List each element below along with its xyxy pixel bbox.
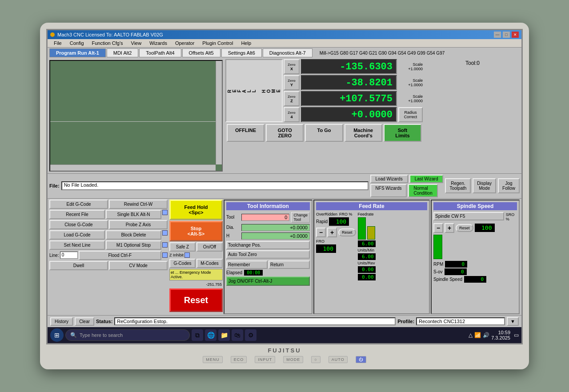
toolchange-pos-button[interactable]: Toolchange Pos. (226, 241, 310, 249)
change-tool-button[interactable]: ChangeTool (291, 212, 310, 223)
edit-gcode-button[interactable]: Edit G-Code (49, 200, 108, 209)
display-mode-button[interactable]: DisplayMode (473, 178, 496, 193)
menu-file[interactable]: File (50, 40, 65, 46)
m1-optional-button[interactable]: M1 Optional Stop (106, 240, 161, 250)
close-button[interactable]: ✕ (512, 32, 519, 38)
goto-zero-button[interactable]: GOTOZERO (266, 124, 304, 142)
last-wizard-button[interactable]: Last Wizard (409, 175, 444, 183)
flood-checkbox[interactable] (162, 252, 168, 258)
feed-hold-button[interactable]: Feed Hold<Spc> (169, 200, 223, 220)
ref-label[interactable]: REFALLHOME (225, 59, 283, 122)
file-input[interactable]: No File Loaded. (61, 181, 369, 190)
load-wizards-button[interactable]: Load Wizards (370, 175, 408, 183)
remember-button[interactable]: Remember (226, 260, 268, 269)
to-go-button[interactable]: To Go (305, 124, 343, 142)
rewind-button[interactable]: Rewind Ctrl-W (109, 200, 168, 209)
volume-icon[interactable]: 🔊 (483, 332, 489, 338)
nfs-wizards-button[interactable]: NFS Wizards (370, 184, 407, 197)
sro-reset-button[interactable]: Reset (456, 224, 473, 232)
offline-button[interactable]: OFFLINE (227, 124, 264, 142)
stop-button[interactable]: Stop<Alt-S> (169, 221, 223, 241)
normal-condition-button[interactable]: NormalCondition (408, 184, 437, 197)
single-blk-checkbox[interactable] (162, 210, 168, 215)
tab-offsets[interactable]: Offsets Alt5 (182, 48, 220, 57)
probe-z-button[interactable]: Probe Z Axis (109, 220, 168, 229)
scale-x: Scale+1.0000 (398, 62, 423, 71)
monitor-btn-eco[interactable]: ECO (231, 356, 247, 363)
close-gcode-button[interactable]: Close G-Code (49, 220, 108, 229)
jog-follow-button[interactable]: JogFollow (498, 178, 520, 193)
menu-plugin-control[interactable]: Plugin Control (199, 40, 236, 46)
monitor-btn-mode[interactable]: MODE (283, 356, 303, 363)
menu-help[interactable]: Help (237, 40, 255, 46)
monitor-btn-power[interactable]: ⏻ (356, 356, 366, 363)
menu-config[interactable]: Config (66, 40, 88, 46)
block-delete-checkbox[interactable] (162, 230, 168, 236)
toolpath-scrollbar-h[interactable] (50, 164, 216, 171)
load-gcode-button[interactable]: Load G-Code (49, 230, 105, 240)
sro-plus-button[interactable]: + (445, 223, 454, 233)
cv-mode-button[interactable]: CV Mode (109, 261, 168, 270)
soft-limits-button[interactable]: SoftLimits (384, 124, 421, 142)
maximize-button[interactable]: □ (503, 32, 510, 38)
set-next-line-button[interactable]: Set Next Line (49, 240, 105, 250)
clear-button[interactable]: Clear (75, 317, 94, 326)
z-inhibit-checkbox[interactable] (184, 252, 190, 258)
flood-ctrl-button[interactable]: Flood Ctrl-F (79, 251, 161, 260)
auto-tool-zero-button[interactable]: Auto Tool Zero (226, 250, 310, 259)
single-blk-button[interactable]: Single BLK Alt-N (106, 210, 161, 219)
jog-on-off-button[interactable]: Jog ON/OFF Ctrl-Alt-J (226, 276, 310, 286)
safe-z-button[interactable]: Safe Z (169, 242, 196, 252)
task-view-icon[interactable]: ⧉ (192, 329, 203, 341)
rapid-row: Rapid 100 (316, 217, 356, 226)
tab-toolpath[interactable]: ToolPath Alt4 (139, 48, 181, 57)
spindle-cw-button[interactable]: Spindle CW F5 (433, 212, 504, 220)
monitor-btn-circle[interactable]: ○ (311, 356, 320, 363)
edge-icon[interactable]: 🌐 (205, 329, 216, 341)
monitor-btn-auto[interactable]: AUTO (329, 356, 348, 363)
store-icon[interactable]: 🛍 (232, 329, 243, 341)
notification-icon[interactable]: △ (469, 332, 473, 338)
menu-view[interactable]: View (128, 40, 145, 46)
network-icon[interactable]: 📶 (474, 332, 481, 338)
history-button[interactable]: History (50, 317, 73, 326)
start-button[interactable]: ⊞ (50, 328, 64, 342)
recent-file-button[interactable]: Recent File (49, 210, 105, 219)
toolpath-scrollbar-v[interactable] (216, 61, 222, 164)
menu-wizards[interactable]: Wizards (146, 40, 171, 46)
show-desktop-icon[interactable]: ▭ (514, 332, 519, 338)
zero-4-button[interactable]: Zero4 (284, 107, 300, 122)
fro-minus-button[interactable]: − (316, 228, 326, 237)
radius-correct-button[interactable]: RadiusCorrect (398, 107, 423, 122)
zero-x-button[interactable]: ZeroX (284, 59, 300, 74)
fro-reset-button[interactable]: Reset (338, 228, 356, 236)
tab-diagnostics[interactable]: Diagnostics Alt-7 (263, 48, 313, 57)
tab-mdi[interactable]: MDI Alt2 (107, 48, 139, 57)
folder-icon[interactable]: 📁 (218, 329, 230, 341)
menu-function-cfgs[interactable]: Function Cfg's (88, 40, 127, 46)
zero-z-button[interactable]: ZeroZ (284, 91, 300, 106)
minimize-button[interactable]: — (494, 32, 501, 38)
sro-minus-button[interactable]: − (433, 223, 443, 233)
g-codes-button[interactable]: G-Codes (169, 259, 196, 268)
tab-settings[interactable]: Settings Alt6 (221, 48, 262, 57)
m1-checkbox[interactable] (162, 242, 168, 248)
block-delete-button[interactable]: Block Delete (106, 230, 161, 240)
monitor-btn-input[interactable]: INPUT (255, 356, 275, 363)
app-icon[interactable]: ⚙ (245, 329, 256, 341)
taskbar-search[interactable]: 🔍 Type here to search (65, 329, 190, 341)
reset-button[interactable]: Reset (169, 288, 223, 312)
title-controls: — □ ✕ (494, 32, 519, 38)
dwell-button[interactable]: Dwell (49, 261, 108, 270)
m-codes-button[interactable]: M-Codes (196, 259, 223, 268)
regen-toolpath-button[interactable]: Regen.Toolpath (445, 178, 471, 193)
return-button[interactable]: Return (268, 260, 310, 269)
menu-operator[interactable]: Operator (172, 40, 198, 46)
on-off-button[interactable]: On/Off (196, 242, 223, 252)
tab-program-run[interactable]: Program Run Alt-1 (49, 48, 106, 57)
machine-coord-button[interactable]: MachineCoord's (345, 124, 382, 142)
profile-arrow-button[interactable]: ▼ (507, 317, 519, 326)
fro-plus-button[interactable]: + (327, 228, 337, 237)
zero-y-button[interactable]: ZeroY (284, 75, 300, 90)
monitor-btn-menu[interactable]: MENU (203, 356, 223, 363)
